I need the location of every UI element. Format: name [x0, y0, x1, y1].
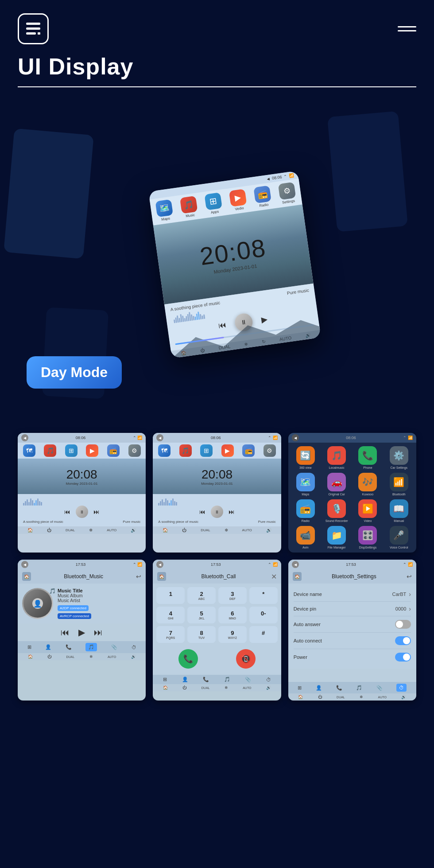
power-nav[interactable]: ⏻	[47, 528, 51, 533]
settings-nav-person[interactable]: 👤	[316, 685, 322, 691]
app-vedio-2[interactable]: ▶	[221, 444, 234, 457]
grid-app-360view[interactable]: 🔄 360 view	[292, 446, 319, 469]
app-radio[interactable]: 📻 Radio	[253, 185, 272, 208]
key-0dash[interactable]: 0-	[249, 607, 278, 623]
home-nav-2[interactable]: 🏠	[163, 528, 168, 533]
power-toggle[interactable]	[395, 653, 411, 662]
key-9[interactable]: 9WXYZ	[218, 626, 247, 643]
call-nav-music[interactable]: 🎵	[224, 677, 230, 682]
close-btn[interactable]: ✕	[271, 572, 277, 581]
call-nav-grid[interactable]: ⊞	[163, 677, 167, 682]
vol-nav-settings[interactable]: 🔊	[401, 695, 406, 699]
settings-back-icon[interactable]: ↩	[407, 573, 412, 580]
grid-app-manual[interactable]: 📖 Manual	[385, 499, 413, 522]
power-nav-2[interactable]: ⏻	[182, 528, 186, 533]
app-maps-2[interactable]: 🗺	[158, 444, 170, 457]
bt-back-icon[interactable]: ↩	[136, 573, 141, 580]
grid-app-kuwooo[interactable]: 🎶 Kuwooo	[354, 473, 381, 496]
call-nav-phone[interactable]: 📞	[203, 677, 209, 682]
nav-person[interactable]: 👤	[45, 644, 51, 650]
vol-nav-2[interactable]: 🔊	[266, 528, 271, 533]
key-5[interactable]: 5JKL	[187, 607, 216, 623]
app-settings-2[interactable]: ⚙	[264, 444, 276, 457]
home-nav-bt[interactable]: 🏠	[28, 654, 33, 659]
auto-connect-toggle[interactable]	[395, 636, 411, 645]
app-apps-2[interactable]: ⊞	[200, 444, 213, 457]
app-settings-small[interactable]: ⚙	[128, 444, 141, 457]
nav-clock[interactable]: ⏱	[132, 645, 136, 650]
grid-app-carsettings[interactable]: ⚙️ Car Settings	[385, 446, 413, 469]
call-nav-clip[interactable]: 📎	[245, 677, 251, 682]
call-nav-person[interactable]: 👤	[182, 677, 188, 682]
home-nav-call[interactable]: 🏠	[163, 685, 168, 690]
nav-music-note[interactable]: 🎵	[85, 643, 97, 651]
power-nav-call[interactable]: ⏻	[182, 685, 186, 690]
app-radio-2[interactable]: 📻	[242, 444, 255, 457]
grid-app-recorder[interactable]: 🎙️ Sound Recorder	[323, 499, 350, 522]
vol-nav[interactable]: 🔊	[131, 528, 136, 533]
grid-app-avin[interactable]: 📹 Avin	[292, 526, 319, 549]
key-star[interactable]: *	[249, 587, 278, 604]
app-vedio[interactable]: ▶ Vedio	[229, 189, 248, 212]
chevron-device-pin[interactable]: ›	[409, 605, 411, 612]
grid-app-phone[interactable]: 📞 Phone	[354, 446, 381, 469]
grid-app-filemanager[interactable]: 📁 File Manager	[323, 526, 350, 549]
bt-back-btn[interactable]: ◀	[21, 561, 28, 568]
app-apps-small[interactable]: ⊞	[65, 444, 78, 457]
home-nav-settings[interactable]: 🏠	[298, 695, 303, 699]
back-button-2[interactable]: ◀	[156, 434, 163, 441]
hangup-button[interactable]: 📵	[236, 649, 256, 669]
power-nav-bt[interactable]: ⏻	[47, 654, 51, 659]
grid-app-bluetooth[interactable]: 📶 Bluetooth	[385, 473, 413, 496]
key-7[interactable]: 7PQRS	[156, 626, 185, 643]
card-2-play[interactable]: ⏸	[211, 506, 223, 518]
back-button-3[interactable]: ◀	[292, 434, 299, 441]
settings-nav-grid[interactable]: ⊞	[298, 685, 302, 691]
settings-home-icon[interactable]: 🏠	[293, 572, 302, 581]
bt-call-back[interactable]: ◀	[156, 561, 163, 568]
settings-nav-clock[interactable]: ⏱	[396, 684, 407, 692]
app-music[interactable]: 🎵 Music	[180, 196, 198, 219]
grid-app-originalcar[interactable]: 🚗 Original Car	[323, 473, 350, 496]
grid-app-radio[interactable]: 📻 Radio	[292, 499, 319, 522]
card-next[interactable]: ⏭	[93, 508, 100, 515]
vol-nav-bt[interactable]: 🔊	[131, 654, 136, 659]
menu-button[interactable]	[398, 26, 416, 31]
power-nav-settings[interactable]: ⏻	[318, 695, 322, 699]
app-music-2[interactable]: 🎵	[179, 444, 192, 457]
key-2[interactable]: 2ABC	[187, 587, 216, 604]
card-2-prev[interactable]: ⏮	[199, 508, 205, 515]
app-settings[interactable]: ⚙ Settings	[278, 182, 297, 205]
settings-nav-clip[interactable]: 📎	[376, 685, 383, 691]
app-maps[interactable]: 🗺️ Maps	[155, 199, 174, 222]
key-3[interactable]: 3DEF	[218, 587, 247, 604]
app-radio-small[interactable]: 📻	[107, 444, 120, 457]
call-button[interactable]: 📞	[178, 649, 198, 669]
grid-app-dispsettings[interactable]: 🎛️ DispSettings	[354, 526, 381, 549]
home-nav[interactable]: 🏠	[27, 528, 33, 533]
auto-answer-toggle[interactable]	[395, 620, 411, 629]
vol-nav-call[interactable]: 🔊	[266, 685, 271, 690]
settings-nav-phone[interactable]: 📞	[336, 685, 342, 691]
nav-grid[interactable]: ⊞	[27, 644, 31, 650]
app-music-small[interactable]: 🎵	[44, 444, 56, 457]
bt-next-btn[interactable]: ⏭	[94, 627, 103, 638]
key-4[interactable]: 4GHI	[156, 607, 185, 623]
card-prev[interactable]: ⏮	[64, 508, 70, 515]
settings-nav-music[interactable]: 🎵	[356, 685, 362, 691]
app-maps-small[interactable]: 🗺	[23, 444, 35, 457]
chevron-device-name[interactable]: ›	[409, 591, 411, 598]
call-home-icon[interactable]: 🏠	[157, 572, 166, 581]
grid-app-maps[interactable]: 🗺️ Maps	[292, 473, 319, 496]
key-6[interactable]: 6MNO	[218, 607, 247, 623]
key-8[interactable]: 8TUV	[187, 626, 216, 643]
bt-home-icon[interactable]: 🏠	[22, 572, 31, 581]
key-1[interactable]: 1	[156, 587, 185, 604]
back-button[interactable]: ◀	[21, 434, 28, 441]
nav-clip[interactable]: 📎	[111, 644, 117, 650]
app-vedio-small[interactable]: ▶	[86, 444, 98, 457]
grid-app-localmusic[interactable]: 🎵 Localmusic	[323, 446, 350, 469]
grid-app-video[interactable]: ▶️ Video	[354, 499, 381, 522]
card-play[interactable]: ⏸	[76, 506, 88, 518]
card-2-next[interactable]: ⏭	[229, 508, 235, 515]
